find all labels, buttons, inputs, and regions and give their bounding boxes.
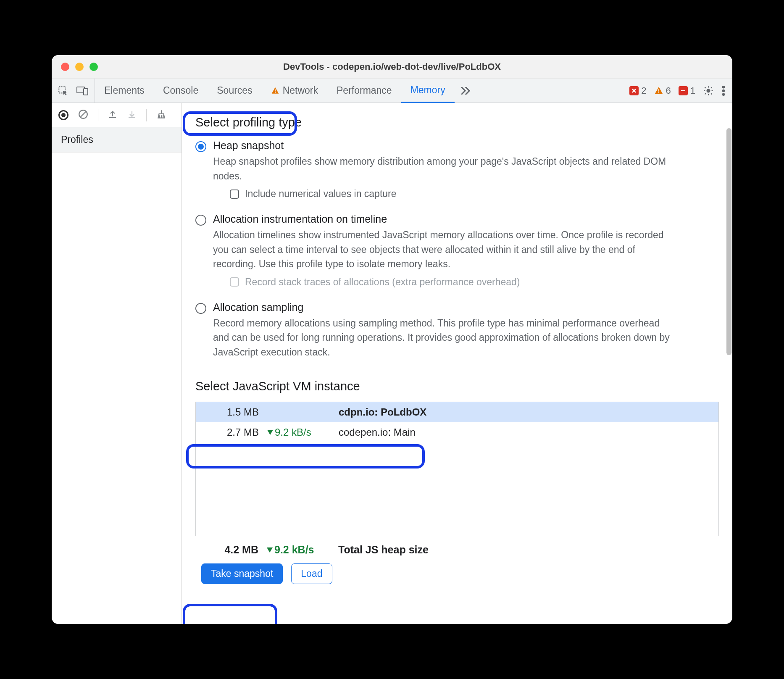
- vm-row-delta: [267, 406, 330, 418]
- vm-row-size: 1.5 MB: [208, 406, 259, 418]
- stack-traces-label: Record stack traces of allocations (extr…: [245, 276, 520, 288]
- total-label: Total JS heap size: [338, 544, 706, 556]
- window-controls: [52, 63, 98, 71]
- gc-broom-icon[interactable]: [156, 109, 167, 121]
- titlebar: DevTools - codepen.io/web-dot-dev/live/P…: [52, 55, 732, 79]
- more-options-icon[interactable]: [721, 85, 726, 96]
- total-size: 4.2 MB: [208, 544, 258, 556]
- settings-icon[interactable]: [703, 85, 714, 96]
- svg-rect-6: [658, 92, 659, 93]
- svg-rect-7: [681, 90, 685, 91]
- radio-allocation-sampling[interactable]: [195, 303, 206, 314]
- error-count: 2: [641, 85, 646, 96]
- warning-badge[interactable]: 6: [654, 85, 671, 96]
- option-heap-snapshot-desc: Heap snapshot profiles show memory distr…: [213, 154, 675, 183]
- total-delta: 9.2 kB/s: [267, 544, 330, 556]
- issue-icon: [679, 86, 688, 95]
- vm-instance-heading: Select JavaScript VM instance: [195, 379, 719, 393]
- vm-row-size: 2.7 MB: [208, 426, 259, 438]
- tab-memory[interactable]: Memory: [401, 79, 455, 103]
- svg-point-10: [722, 89, 724, 92]
- include-numeric-label: Include numerical values in capture: [245, 188, 397, 200]
- memory-panel: Select profiling type Heap snapshot Heap…: [182, 103, 732, 624]
- scrollbar[interactable]: [726, 128, 731, 355]
- window-title: DevTools - codepen.io/web-dot-dev/live/P…: [52, 61, 732, 72]
- highlight-take-snapshot: [183, 604, 277, 624]
- option-allocation-sampling-title: Allocation sampling: [213, 301, 719, 313]
- tab-performance[interactable]: Performance: [327, 79, 401, 103]
- devtools-window: DevTools - codepen.io/web-dot-dev/live/P…: [52, 55, 732, 624]
- tab-network[interactable]: Network: [262, 79, 327, 103]
- option-allocation-timeline-title: Allocation instrumentation on timeline: [213, 213, 719, 225]
- option-allocation-sampling-desc: Record memory allocations using sampling…: [213, 316, 675, 360]
- clear-icon[interactable]: [78, 109, 89, 121]
- vm-row-delta: 9.2 kB/s: [267, 426, 330, 438]
- warning-count: 6: [666, 85, 671, 96]
- option-allocation-sampling[interactable]: Allocation sampling Record memory alloca…: [195, 300, 719, 369]
- arrow-down-icon: [267, 547, 273, 553]
- issues-badge[interactable]: 1: [679, 85, 695, 96]
- option-heap-snapshot[interactable]: Heap snapshot Heap snapshot profiles sho…: [195, 138, 719, 211]
- download-icon[interactable]: [127, 109, 137, 121]
- more-tabs-icon[interactable]: [455, 87, 480, 95]
- option-allocation-timeline-desc: Allocation timelines show instrumented J…: [213, 228, 675, 271]
- svg-point-11: [722, 93, 724, 95]
- tab-console[interactable]: Console: [154, 79, 208, 103]
- checkbox-stack-traces: [230, 277, 239, 287]
- svg-point-8: [707, 89, 710, 92]
- option-heap-snapshot-title: Heap snapshot: [213, 139, 719, 152]
- option-allocation-timeline[interactable]: Allocation instrumentation on timeline A…: [195, 211, 719, 300]
- error-badge[interactable]: 2: [629, 85, 646, 96]
- svg-rect-3: [275, 89, 276, 91]
- vm-row-name: cdpn.io: PoLdbOX: [339, 406, 706, 418]
- vm-row-name: codepen.io: Main: [339, 426, 706, 438]
- device-toggle-icon[interactable]: [76, 86, 89, 96]
- profiles-toolbar: [52, 103, 182, 127]
- vm-instance-table: 1.5 MB cdpn.io: PoLdbOX 2.7 MB 9.2 kB/s …: [195, 402, 719, 536]
- warning-icon: [271, 87, 279, 95]
- take-snapshot-button[interactable]: Take snapshot: [201, 563, 283, 584]
- total-heap-row: 4.2 MB 9.2 kB/s Total JS heap size: [195, 536, 719, 556]
- radio-heap-snapshot[interactable]: [195, 141, 206, 152]
- vm-delta-value: 9.2 kB/s: [275, 426, 311, 438]
- close-button[interactable]: [61, 63, 69, 71]
- checkbox-include-numeric[interactable]: [230, 189, 239, 199]
- issues-count: 1: [690, 85, 695, 96]
- minimize-button[interactable]: [75, 63, 84, 71]
- vm-row-codepen[interactable]: 2.7 MB 9.2 kB/s codepen.io: Main: [196, 422, 718, 442]
- record-button[interactable]: [58, 110, 68, 120]
- svg-rect-4: [275, 92, 276, 93]
- tab-elements[interactable]: Elements: [95, 79, 154, 103]
- svg-point-9: [722, 86, 724, 88]
- inspect-icon[interactable]: [58, 85, 68, 96]
- profiling-type-heading: Select profiling type: [195, 116, 719, 129]
- sidebar-item-profiles[interactable]: Profiles: [52, 127, 182, 153]
- total-delta-val: 9.2 kB/s: [274, 544, 314, 556]
- arrow-down-icon: [267, 430, 273, 435]
- tab-network-label: Network: [283, 85, 318, 96]
- radio-allocation-timeline[interactable]: [195, 215, 206, 226]
- vm-row-cdpn[interactable]: 1.5 MB cdpn.io: PoLdbOX: [196, 402, 718, 422]
- record-stack-traces: Record stack traces of allocations (extr…: [230, 276, 719, 288]
- sidebar: Profiles: [52, 127, 182, 624]
- load-button[interactable]: Load: [291, 563, 332, 584]
- heap-include-numeric[interactable]: Include numerical values in capture: [230, 188, 719, 200]
- svg-rect-2: [84, 89, 88, 95]
- upload-icon[interactable]: [108, 109, 118, 121]
- tab-sources[interactable]: Sources: [208, 79, 261, 103]
- warning-icon: [654, 86, 663, 95]
- main-tabbar: Elements Console Sources Network Perform…: [52, 79, 732, 103]
- svg-rect-5: [658, 89, 659, 92]
- error-icon: [629, 86, 639, 95]
- zoom-button[interactable]: [89, 63, 98, 71]
